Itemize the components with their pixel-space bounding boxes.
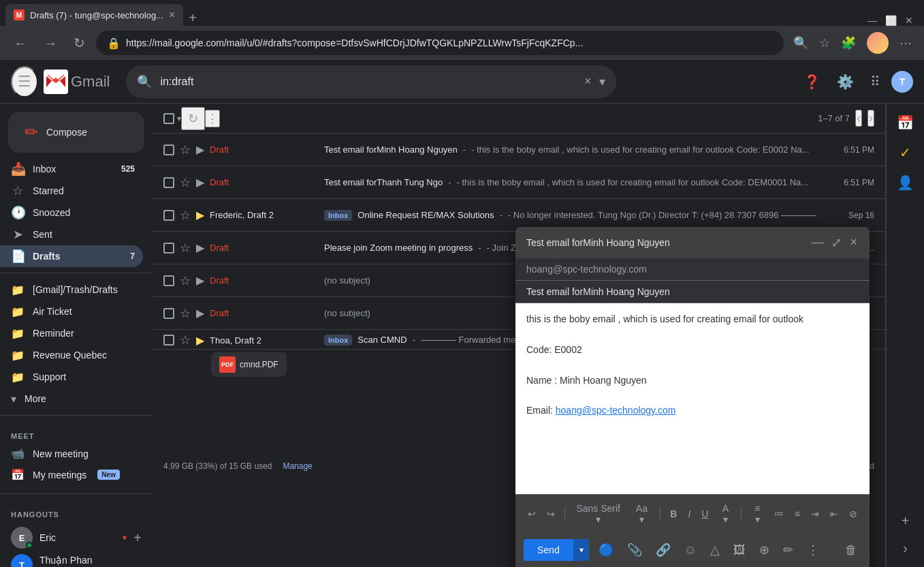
profile-icon[interactable] — [863, 28, 893, 58]
email-checkbox-5[interactable] — [163, 275, 174, 286]
search-bar[interactable]: 🔍 × ▾ — [126, 65, 616, 98]
contacts-right-icon[interactable]: 👤 — [892, 169, 919, 196]
more-options-icon[interactable]: ⋯ — [895, 31, 916, 55]
attachment-item[interactable]: PDF cmnd.PDF — [211, 352, 287, 377]
outdent-btn[interactable]: ⇤ — [826, 506, 842, 522]
calendar-right-icon[interactable]: 📅 — [892, 109, 919, 136]
star-btn-6[interactable]: ☆ — [180, 306, 191, 321]
attach-file-btn[interactable]: 📎 — [623, 538, 646, 562]
fullscreen-compose-btn[interactable]: ⤢ — [830, 234, 843, 251]
label-item-more[interactable]: ▾ More — [0, 388, 143, 410]
search-input[interactable] — [160, 76, 575, 88]
more-actions-btn[interactable]: ⋮ — [205, 110, 220, 127]
ordered-list-btn[interactable]: ≔ — [770, 506, 788, 522]
sidebar-item-snoozed[interactable]: 🕐 Snoozed — [0, 202, 143, 224]
important-btn-5[interactable]: ▶ — [196, 274, 204, 287]
tab-close-btn[interactable]: × — [169, 9, 175, 21]
bookmark-icon[interactable]: ☆ — [815, 31, 834, 55]
important-btn-1[interactable]: ▶ — [196, 143, 204, 156]
star-btn-2[interactable]: ☆ — [180, 175, 191, 190]
search-clear-btn[interactable]: × — [584, 74, 592, 89]
email-checkbox-7[interactable] — [163, 335, 174, 346]
search-icon[interactable]: 🔍 — [789, 31, 812, 55]
refresh-button[interactable]: ↻ — [181, 107, 205, 130]
indent-btn[interactable]: ⇥ — [807, 506, 823, 522]
minimize-window[interactable]: — — [867, 15, 877, 26]
help-button[interactable]: ❓ — [798, 68, 826, 95]
important-btn-6[interactable]: ▶ — [196, 307, 204, 320]
star-btn-7[interactable]: ☆ — [180, 333, 191, 348]
underline-btn[interactable]: U — [697, 506, 712, 522]
discard-btn[interactable]: 🗑 — [841, 539, 861, 562]
minimize-compose-btn[interactable]: — — [810, 234, 825, 251]
body-email-link[interactable]: hoang@spc-technology.com — [556, 405, 676, 416]
close-compose-btn[interactable]: × — [848, 234, 859, 251]
bold-btn[interactable]: B — [666, 506, 681, 522]
sidebar-item-drafts[interactable]: 📄 Drafts 7 — [0, 245, 143, 267]
user-avatar[interactable]: T — [891, 71, 913, 93]
italic-btn[interactable]: I — [684, 506, 695, 522]
add-right-icon[interactable]: + — [892, 507, 919, 534]
sidebar-item-sent[interactable]: ➤ Sent — [0, 224, 143, 245]
maximize-window[interactable]: ⬜ — [885, 15, 897, 26]
label-item-gmail-trash[interactable]: 📁 [Gmail]/Trash/Drafts — [0, 279, 143, 301]
unordered-list-btn[interactable]: ≡ — [791, 506, 804, 522]
font-color-btn[interactable]: A ▾ — [715, 500, 735, 527]
back-button[interactable]: ← — [8, 33, 33, 54]
link-btn[interactable]: 🔗 — [652, 538, 675, 562]
undo-btn[interactable]: ↩ — [524, 506, 540, 522]
important-btn-3[interactable]: ▶ — [196, 209, 204, 221]
manage-link[interactable]: Manage — [283, 461, 312, 471]
label-item-reminder[interactable]: 📁 Reminder — [0, 322, 143, 344]
star-btn-1[interactable]: ☆ — [180, 142, 191, 157]
send-button[interactable]: Send — [524, 539, 573, 561]
active-tab[interactable]: M Drafts (7) - tung@spc-technolog... × — [5, 4, 183, 26]
sidebar-item-inbox[interactable]: 📥 Inbox 525 — [0, 158, 143, 180]
apps-button[interactable]: ⠿ — [865, 68, 886, 95]
important-btn-4[interactable]: ▶ — [196, 241, 204, 254]
signature-btn[interactable]: ✏ — [779, 538, 797, 562]
footer-more-btn[interactable]: ⋮ — [803, 538, 823, 562]
drive-btn[interactable]: △ — [706, 538, 724, 562]
select-all[interactable]: ▾ — [163, 113, 181, 124]
email-checkbox-2[interactable] — [163, 177, 174, 188]
important-btn-2[interactable]: ▶ — [196, 176, 204, 189]
tasks-right-icon[interactable]: ✓ — [892, 139, 919, 166]
close-window[interactable]: ✕ — [905, 15, 913, 26]
label-item-revenue-quebec[interactable]: 📁 Revenue Quebec — [0, 344, 143, 366]
compose-button[interactable]: ✏ Compose — [8, 112, 144, 153]
emoji-btn[interactable]: ☺ — [680, 539, 701, 562]
forward-button[interactable]: → — [38, 33, 63, 54]
redo-btn[interactable]: ↪ — [543, 506, 559, 522]
compose-body[interactable]: this is the boby email , which is used f… — [515, 303, 870, 494]
new-tab-btn[interactable]: + — [189, 10, 197, 26]
hangout-eric[interactable]: E Eric ▾ + — [11, 524, 142, 551]
photo-btn[interactable]: 🖼 — [729, 539, 750, 562]
email-checkbox-1[interactable] — [163, 144, 174, 155]
prev-page-btn[interactable]: ‹ — [855, 110, 862, 127]
email-checkbox-3[interactable] — [163, 210, 174, 221]
sidebar-item-starred[interactable]: ☆ Starred — [0, 180, 143, 202]
send-options-btn[interactable]: ▾ — [573, 539, 589, 561]
address-bar[interactable]: 🔒 https://mail.google.com/mail/u/0/#draf… — [96, 31, 784, 55]
compose-header[interactable]: Test email forMinh Hoang Nguyen — ⤢ × — [515, 227, 870, 258]
eric-dropdown[interactable]: ▾ — [123, 533, 127, 542]
align-btn[interactable]: ≡ ▾ — [747, 500, 767, 527]
table-row[interactable]: ☆ ▶ Draft Test email forThanh Tung Ngo -… — [153, 166, 885, 199]
hamburger-menu[interactable]: ☰ — [11, 66, 38, 97]
hangout-thuan[interactable]: T Thuận Phan 📹 Missed video call — [11, 551, 142, 567]
font-size-btn[interactable]: Aa ▾ — [629, 500, 655, 527]
compose-subject-field[interactable]: Test email forMinh Hoang Nguyen — [515, 281, 870, 303]
next-page-btn[interactable]: › — [867, 110, 874, 127]
right-chevron-icon[interactable]: › — [892, 534, 919, 562]
my-meetings-item[interactable]: 📅 My meetings New — [11, 464, 142, 485]
add-hangout-btn[interactable]: + — [133, 530, 142, 546]
star-btn-4[interactable]: ☆ — [180, 241, 191, 256]
label-item-support[interactable]: 📁 Support — [0, 366, 143, 388]
select-all-checkbox[interactable] — [163, 113, 174, 124]
formatting-btn[interactable]: 🔵 — [594, 538, 618, 562]
settings-button[interactable]: ⚙️ — [831, 68, 859, 95]
remove-format-btn[interactable]: ⊘ — [845, 506, 861, 522]
table-row[interactable]: ☆ ▶ Draft Test email forMinh Hoang Nguye… — [153, 134, 885, 166]
email-checkbox-4[interactable] — [163, 243, 174, 254]
